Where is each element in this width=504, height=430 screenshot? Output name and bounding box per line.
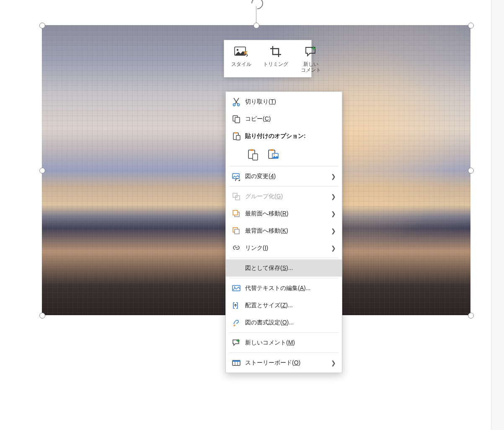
new-comment-label: 新しい コメント <box>301 61 321 73</box>
menu-size-and-position-label: 配置とサイズ(Z)... <box>243 302 338 309</box>
svg-point-15 <box>274 154 275 155</box>
menu-group-label: グループ化(G) <box>243 193 331 200</box>
new-comment-icon <box>304 44 318 59</box>
svg-rect-11 <box>253 154 258 160</box>
bring-to-front-icon <box>230 207 243 220</box>
submenu-arrow-icon: ❯ <box>331 173 338 180</box>
svg-rect-18 <box>235 196 240 200</box>
storyboard-icon <box>230 357 243 369</box>
context-menu: 切り取り(T) コピー(C) 貼り付けのオプション: <box>225 91 342 373</box>
menu-link-label: リンク(I) <box>243 244 331 252</box>
menu-size-and-position[interactable]: 配置とサイズ(Z)... <box>226 297 342 314</box>
menu-paste-options-heading: 貼り付けのオプション: <box>226 127 342 145</box>
alt-text-icon <box>230 282 243 295</box>
svg-rect-5 <box>235 117 240 123</box>
paste-as-picture-button[interactable] <box>265 147 281 163</box>
svg-point-2 <box>233 104 235 106</box>
menu-link[interactable]: リンク(I) ❯ <box>226 239 342 256</box>
menu-edit-alt-text-label: 代替テキストの編集(A)... <box>243 285 338 292</box>
submenu-arrow-icon: ❯ <box>331 245 338 251</box>
handle-bl[interactable] <box>39 313 45 319</box>
link-icon <box>230 242 243 254</box>
menu-send-to-back[interactable]: 最背面へ移動(K) ❯ <box>226 222 342 239</box>
handle-br[interactable] <box>468 313 474 319</box>
menu-change-picture[interactable]: 図の変更(4) ❯ <box>226 168 342 185</box>
submenu-arrow-icon: ❯ <box>331 193 338 200</box>
submenu-arrow-icon: ❯ <box>331 210 338 217</box>
paste-keep-source-button[interactable] <box>245 147 261 163</box>
menu-storyboard-label: ストーリーボード(O) <box>243 359 331 367</box>
menu-format-picture-label: 図の書式設定(O)... <box>243 319 338 326</box>
new-comment-label-line2: コメント <box>301 67 321 73</box>
menu-separator-3 <box>229 258 339 258</box>
menu-new-comment[interactable]: 新しいコメント(M) <box>226 334 342 351</box>
menu-cut[interactable]: 切り取り(T) <box>226 93 342 110</box>
format-picture-icon <box>230 316 243 329</box>
size-position-icon <box>230 299 243 312</box>
submenu-arrow-icon: ❯ <box>331 228 338 234</box>
svg-rect-10 <box>250 149 253 151</box>
menu-paste-options-label: 貼り付けのオプション: <box>243 132 338 140</box>
new-comment-icon <box>230 337 243 349</box>
scrollbar-gutter[interactable] <box>491 0 504 430</box>
rotate-handle-icon[interactable] <box>249 0 266 12</box>
svg-rect-7 <box>235 132 237 133</box>
menu-format-picture[interactable]: 図の書式設定(O)... <box>226 314 342 331</box>
handle-tr[interactable] <box>468 23 474 28</box>
style-icon <box>234 44 248 59</box>
menu-storyboard[interactable]: ストーリーボード(O) ❯ <box>226 354 342 371</box>
style-button[interactable]: スタイル <box>224 40 258 77</box>
menu-separator-2 <box>229 186 339 187</box>
new-comment-button[interactable]: 新しい コメント <box>293 40 329 77</box>
svg-point-24 <box>234 286 235 288</box>
svg-rect-13 <box>270 149 273 151</box>
copy-icon <box>230 113 243 125</box>
change-picture-icon <box>230 170 243 183</box>
menu-save-as-picture[interactable]: 図として保存(S)... <box>226 259 342 277</box>
crop-label: トリミング <box>263 61 288 67</box>
paste-options-row <box>226 145 342 165</box>
send-to-back-icon <box>230 225 243 237</box>
menu-copy-label: コピー(C) <box>243 115 338 123</box>
menu-new-comment-label: 新しいコメント(M) <box>243 339 338 347</box>
editor-canvas: スタイル トリミング 新しい コメント <box>0 0 504 430</box>
group-icon <box>230 190 243 203</box>
submenu-arrow-icon: ❯ <box>331 360 338 366</box>
menu-save-as-picture-label: 図として保存(S)... <box>243 264 338 272</box>
style-label: スタイル <box>231 61 251 67</box>
svg-point-1 <box>237 49 238 51</box>
mini-toolbar: スタイル トリミング 新しい コメント <box>224 40 312 78</box>
menu-edit-alt-text[interactable]: 代替テキストの編集(A)... <box>226 280 342 297</box>
svg-rect-22 <box>235 229 239 234</box>
menu-copy[interactable]: コピー(C) <box>226 110 342 127</box>
menu-separator-1 <box>229 166 339 166</box>
menu-send-to-back-label: 最背面へ移動(K) <box>243 227 331 235</box>
svg-rect-8 <box>236 135 240 140</box>
menu-change-picture-label: 図の変更(4) <box>243 173 331 180</box>
menu-bring-to-front-label: 最前面へ移動(R) <box>243 210 331 218</box>
cut-icon <box>230 96 243 108</box>
menu-separator-6 <box>229 352 339 353</box>
menu-group: グループ化(G) ❯ <box>226 188 342 205</box>
paste-clipboard-icon <box>247 148 259 161</box>
paste-options-icon <box>230 130 243 142</box>
svg-rect-20 <box>233 210 238 215</box>
svg-rect-23 <box>233 285 240 291</box>
menu-separator-4 <box>229 278 339 278</box>
handle-tl[interactable] <box>39 23 45 28</box>
menu-bring-to-front[interactable]: 最前面へ移動(R) ❯ <box>226 205 342 222</box>
handle-mr[interactable] <box>468 168 474 174</box>
crop-button[interactable]: トリミング <box>258 40 293 77</box>
paste-picture-icon <box>267 148 279 161</box>
menu-separator-5 <box>229 332 339 333</box>
svg-point-3 <box>237 104 239 106</box>
crop-icon <box>269 44 283 59</box>
svg-rect-26 <box>233 360 240 362</box>
handle-ml[interactable] <box>39 168 45 174</box>
new-comment-label-line1: 新しい <box>303 61 318 67</box>
menu-cut-label: 切り取り(T) <box>243 98 338 106</box>
blank-icon <box>230 262 243 275</box>
svg-rect-17 <box>233 193 237 197</box>
handle-tc[interactable] <box>253 23 259 28</box>
